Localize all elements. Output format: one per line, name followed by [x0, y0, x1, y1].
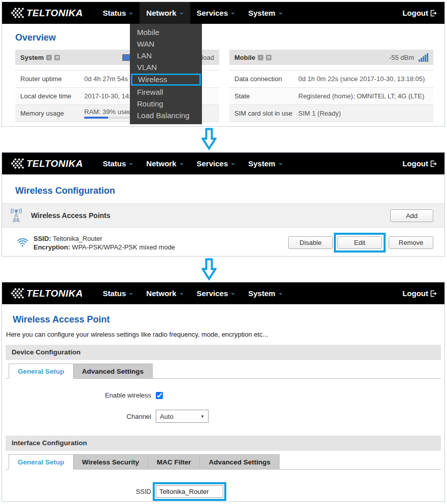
- menu-item-mobile[interactable]: Mobile: [130, 26, 202, 38]
- caret-down-icon: [231, 293, 235, 295]
- logout-button[interactable]: Logout: [402, 9, 437, 17]
- gear-icon[interactable]: ⚙: [266, 55, 271, 60]
- logo-text: TELTONIKA: [26, 288, 83, 299]
- row-label: Data connection: [234, 75, 298, 83]
- ssid-value: Teltonika_Router: [53, 235, 102, 242]
- logout-icon: [430, 160, 437, 167]
- antenna-icon: [9, 208, 24, 223]
- nav-status[interactable]: Status: [96, 153, 140, 174]
- menu-item-load-balancing[interactable]: Load Balancing: [130, 110, 202, 121]
- tab-general-setup[interactable]: General Setup: [9, 454, 74, 470]
- page-title: Wireless Access Point: [13, 314, 444, 325]
- menu-item-wireless[interactable]: Wireless: [131, 74, 201, 86]
- nav-services[interactable]: Services: [190, 2, 242, 24]
- row-value: 0d 4h 27m 54s (si: [84, 75, 136, 83]
- encryption-label: Encryption:: [33, 243, 70, 251]
- menu-item-firewall[interactable]: Firewall: [130, 86, 202, 98]
- row-label: Local device time: [20, 92, 84, 100]
- info-icon[interactable]: i: [258, 55, 263, 60]
- logo-text: TELTONIKA: [26, 8, 83, 19]
- nav-label: Status: [102, 9, 126, 17]
- nav-label: Status: [102, 159, 126, 168]
- nav-menu: Status Network Services System: [96, 153, 289, 174]
- nav-status[interactable]: Status: [96, 282, 140, 304]
- enable-wireless-label: Enable wireless: [6, 391, 151, 399]
- nav-system[interactable]: System: [242, 153, 289, 174]
- ssid-input[interactable]: [156, 485, 223, 498]
- channel-label: Channel: [6, 413, 151, 420]
- screenshot-overview-page: TELTONIKA Status Network Services System…: [2, 2, 445, 127]
- screenshot-wireless-access-point-page: TELTONIKA Status Network Services System…: [2, 282, 445, 502]
- interface-configuration-header: Interface Configuration: [6, 436, 441, 451]
- tab-mac-filter[interactable]: MAC Filter: [148, 454, 200, 470]
- interface-configuration-tabs: General Setup Wireless Security MAC Filt…: [6, 454, 441, 470]
- mobile-table: Mobile i ⚙ -55 dBm Data connection 0d 1h…: [229, 50, 433, 122]
- nav-network[interactable]: Network: [140, 2, 190, 24]
- enable-wireless-checkbox[interactable]: [156, 392, 163, 399]
- teltonika-logo[interactable]: TELTONIKA: [10, 287, 83, 299]
- system-table-title: System: [20, 54, 44, 61]
- info-icon[interactable]: i: [46, 55, 52, 60]
- remove-button[interactable]: Remove: [389, 236, 433, 249]
- caret-down-icon: [129, 293, 133, 295]
- nav-services[interactable]: Services: [190, 153, 242, 174]
- signal-strength-value: -55 dBm: [389, 54, 414, 61]
- ssid-label: SSID:: [33, 235, 51, 242]
- caret-down-icon: [180, 13, 184, 15]
- edit-highlight-box: Edit: [334, 233, 386, 253]
- network-dropdown-menu: Mobile WAN LAN VLAN Wireless Firewall Ro…: [130, 24, 202, 124]
- nav-network[interactable]: Network: [140, 153, 190, 174]
- tab-advanced-settings[interactable]: Advanced Settings: [74, 364, 153, 379]
- edit-button[interactable]: Edit: [337, 236, 382, 249]
- menu-item-vlan[interactable]: VLAN: [130, 61, 202, 73]
- nav-network[interactable]: Network: [140, 282, 190, 304]
- page-title: Wireless Configuration: [15, 186, 444, 196]
- top-navbar: TELTONIKA Status Network Services System…: [2, 2, 444, 24]
- nav-label: Network: [146, 289, 176, 298]
- menu-item-routing[interactable]: Routing: [130, 98, 202, 110]
- caret-down-icon: [180, 293, 184, 295]
- logout-icon: [430, 10, 437, 17]
- down-arrow-icon: [201, 128, 217, 150]
- teltonika-chevrons-icon: [10, 158, 25, 169]
- nav-label: Services: [197, 159, 228, 168]
- down-arrow-icon: [201, 258, 217, 280]
- wifi-icon: [17, 238, 28, 247]
- menu-item-lan[interactable]: LAN: [130, 50, 202, 61]
- nav-system[interactable]: System: [242, 2, 289, 24]
- nav-services[interactable]: Services: [190, 282, 242, 304]
- nav-label: Network: [146, 159, 176, 168]
- disable-button[interactable]: Disable: [288, 236, 333, 249]
- caret-down-icon: [279, 163, 283, 165]
- teltonika-logo[interactable]: TELTONIKA: [10, 158, 83, 169]
- logout-button[interactable]: Logout: [402, 289, 437, 298]
- menu-item-wan[interactable]: WAN: [130, 38, 202, 50]
- logout-button[interactable]: Logout: [402, 159, 437, 168]
- access-point-info: SSID: Teltonika_Router Encryption: WPA-P…: [33, 234, 175, 251]
- nav-label: Services: [197, 9, 228, 17]
- row-value: SIM 1 (Ready): [298, 110, 341, 117]
- row-label: State: [234, 92, 298, 100]
- tab-wireless-security[interactable]: Wireless Security: [74, 454, 148, 470]
- mobile-table-title: Mobile: [234, 54, 255, 61]
- page-description: Here you can configure your wireless set…: [6, 331, 441, 338]
- signal-bars-icon: [419, 53, 428, 62]
- access-point-row: SSID: Teltonika_Router Encryption: WPA-P…: [2, 228, 444, 260]
- device-configuration-header: Device Configuration: [6, 345, 441, 360]
- tab-advanced-settings[interactable]: Advanced Settings: [200, 454, 280, 470]
- nav-status[interactable]: Status: [96, 2, 140, 24]
- mobile-table-header: Mobile i ⚙ -55 dBm: [229, 50, 433, 65]
- nav-menu: Status Network Services System: [96, 2, 289, 24]
- channel-selected-value: Auto: [160, 413, 174, 420]
- channel-select[interactable]: Auto ▼: [156, 410, 209, 423]
- nav-system[interactable]: System: [242, 282, 289, 304]
- ssid-highlight-box: [153, 482, 226, 501]
- teltonika-logo[interactable]: TELTONIKA: [10, 7, 83, 19]
- nav-label: Services: [197, 289, 228, 298]
- gear-icon[interactable]: ⚙: [54, 55, 60, 60]
- screenshot-wireless-configuration-page: TELTONIKA Status Network Services System…: [2, 152, 445, 257]
- add-button[interactable]: Add: [390, 209, 433, 222]
- tab-general-setup[interactable]: General Setup: [9, 364, 74, 379]
- section-title: Wireless Access Points: [31, 211, 111, 220]
- table-row: State Registered (home); OMNITEL LT; 4G …: [229, 87, 433, 104]
